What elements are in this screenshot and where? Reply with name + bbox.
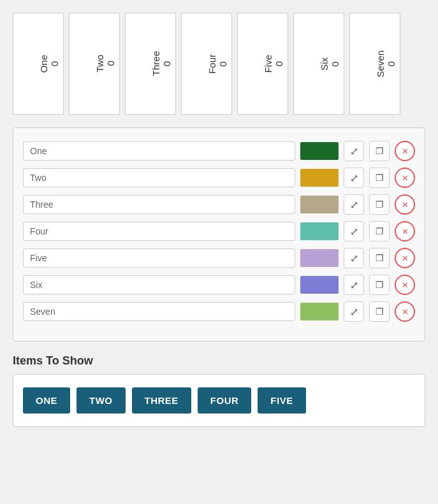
close-icon: ✕ xyxy=(402,254,409,263)
item-button-four[interactable]: FOUR xyxy=(198,387,252,414)
copy-icon: ❐ xyxy=(376,146,384,156)
card-number-3: 0 xyxy=(217,61,228,66)
card-six[interactable]: 0 Six xyxy=(293,13,344,115)
close-icon: ✕ xyxy=(402,147,409,156)
copy-button-two[interactable]: ❐ xyxy=(369,168,390,188)
editor-row-one: ⤢ ❐ ✕ xyxy=(23,141,415,161)
card-label-0: One xyxy=(38,55,49,73)
color-swatch-one[interactable] xyxy=(300,142,339,160)
move-icon: ⤢ xyxy=(350,306,358,318)
card-label-1: Two xyxy=(94,55,105,73)
card-label-3: Four xyxy=(207,54,217,74)
move-icon: ⤢ xyxy=(350,172,358,184)
copy-icon: ❐ xyxy=(376,173,384,183)
move-button-two[interactable]: ⤢ xyxy=(344,168,364,188)
color-swatch-two[interactable] xyxy=(300,169,339,187)
close-icon: ✕ xyxy=(402,280,409,290)
item-button-one[interactable]: ONE xyxy=(23,387,70,414)
move-button-three[interactable]: ⤢ xyxy=(344,194,364,215)
copy-button-one[interactable]: ❐ xyxy=(369,141,390,161)
editor-row-four: ⤢ ❐ ✕ xyxy=(23,221,415,241)
editor-input-four[interactable] xyxy=(23,222,295,241)
delete-button-six[interactable]: ✕ xyxy=(395,275,415,295)
editor-input-two[interactable] xyxy=(23,168,295,187)
copy-icon: ❐ xyxy=(376,253,384,263)
editor-row-five: ⤢ ❐ ✕ xyxy=(23,248,415,268)
delete-button-four[interactable]: ✕ xyxy=(395,221,415,241)
editor-row-seven: ⤢ ❐ ✕ xyxy=(23,301,415,322)
copy-button-four[interactable]: ❐ xyxy=(369,221,390,241)
delete-button-two[interactable]: ✕ xyxy=(395,168,415,188)
editor-row-two: ⤢ ❐ ✕ xyxy=(23,168,415,188)
move-button-four[interactable]: ⤢ xyxy=(344,221,364,241)
card-five[interactable]: 0 Five xyxy=(237,13,288,115)
item-button-three[interactable]: THREE xyxy=(132,387,191,414)
delete-button-five[interactable]: ✕ xyxy=(395,248,415,268)
card-number-1: 0 xyxy=(105,61,116,66)
delete-button-seven[interactable]: ✕ xyxy=(395,301,415,322)
card-label-2: Three xyxy=(150,51,161,76)
copy-button-seven[interactable]: ❐ xyxy=(369,301,390,322)
color-swatch-three[interactable] xyxy=(300,196,339,213)
close-icon: ✕ xyxy=(402,307,409,317)
move-button-seven[interactable]: ⤢ xyxy=(344,301,364,322)
editor-row-three: ⤢ ❐ ✕ xyxy=(23,194,415,215)
editor-panel: ⤢ ❐ ✕ ⤢ ❐ ✕ ⤢ ❐ ✕ ⤢ ❐ xyxy=(13,127,425,342)
editor-input-five[interactable] xyxy=(23,248,295,268)
color-swatch-seven[interactable] xyxy=(300,303,339,320)
cards-row: 0 One 0 Two 0 Three 0 Four 0 Five xyxy=(13,13,425,115)
copy-button-three[interactable]: ❐ xyxy=(369,194,390,215)
delete-button-three[interactable]: ✕ xyxy=(395,194,415,215)
move-button-six[interactable]: ⤢ xyxy=(344,275,364,295)
move-icon: ⤢ xyxy=(350,145,358,157)
move-icon: ⤢ xyxy=(350,199,358,211)
editor-input-seven[interactable] xyxy=(23,302,295,321)
items-buttons-panel: ONETWOTHREEFOURFIVE xyxy=(13,374,425,427)
items-section-title: Items To Show xyxy=(13,354,425,368)
card-label-4: Five xyxy=(263,55,274,73)
item-button-two[interactable]: TWO xyxy=(77,387,126,414)
card-number-0: 0 xyxy=(49,61,60,66)
copy-button-six[interactable]: ❐ xyxy=(369,275,390,295)
card-four[interactable]: 0 Four xyxy=(181,13,232,115)
card-label-6: Seven xyxy=(375,50,386,78)
card-three[interactable]: 0 Three xyxy=(125,13,176,115)
copy-icon: ❐ xyxy=(376,199,384,210)
editor-row-six: ⤢ ❐ ✕ xyxy=(23,275,415,295)
move-icon: ⤢ xyxy=(350,279,358,291)
move-button-one[interactable]: ⤢ xyxy=(344,141,364,161)
card-two[interactable]: 0 Two xyxy=(69,13,120,115)
editor-input-three[interactable] xyxy=(23,195,295,214)
editor-input-six[interactable] xyxy=(23,275,295,294)
card-number-5: 0 xyxy=(330,61,340,66)
copy-icon: ❐ xyxy=(376,226,384,236)
card-number-6: 0 xyxy=(386,61,397,66)
close-icon: ✕ xyxy=(402,173,409,183)
editor-input-one[interactable] xyxy=(23,141,295,161)
move-icon: ⤢ xyxy=(350,252,358,264)
card-number-2: 0 xyxy=(161,61,172,66)
color-swatch-five[interactable] xyxy=(300,249,339,267)
card-seven[interactable]: 0 Seven xyxy=(349,13,400,115)
color-swatch-four[interactable] xyxy=(300,222,339,240)
color-swatch-six[interactable] xyxy=(300,276,339,294)
copy-icon: ❐ xyxy=(376,306,384,317)
item-button-five[interactable]: FIVE xyxy=(258,387,305,414)
card-one[interactable]: 0 One xyxy=(13,13,64,115)
items-section: Items To Show ONETWOTHREEFOURFIVE xyxy=(13,354,425,427)
copy-icon: ❐ xyxy=(376,280,384,290)
delete-button-one[interactable]: ✕ xyxy=(395,141,415,161)
close-icon: ✕ xyxy=(402,227,409,236)
move-icon: ⤢ xyxy=(350,226,358,238)
move-button-five[interactable]: ⤢ xyxy=(344,248,364,268)
card-label-5: Six xyxy=(319,57,330,71)
close-icon: ✕ xyxy=(402,200,409,210)
card-number-4: 0 xyxy=(274,61,284,66)
copy-button-five[interactable]: ❐ xyxy=(369,248,390,268)
